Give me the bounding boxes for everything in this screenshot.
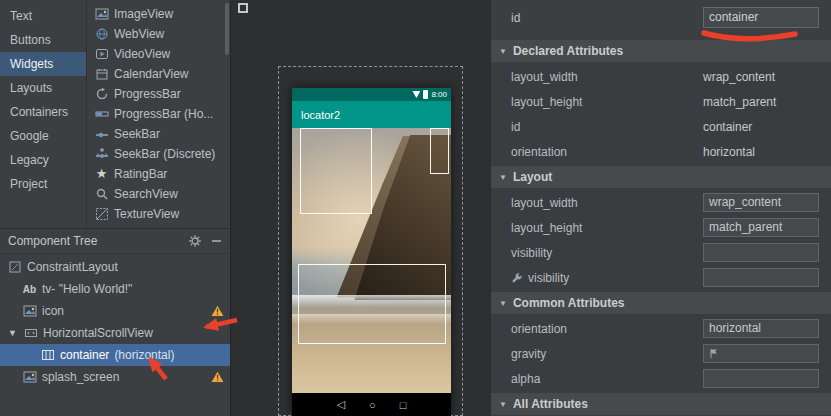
battery-icon	[423, 90, 428, 99]
attribute-label: id	[511, 120, 520, 134]
palette-category-containers[interactable]: Containers	[0, 100, 86, 124]
tree-item-label: container	[60, 348, 109, 362]
searchview-icon	[94, 187, 109, 201]
id-label: id	[511, 11, 520, 25]
tree-item-label: HorizontalScrollView	[43, 326, 153, 340]
attribute-row: layout_height match_parent	[491, 215, 831, 240]
palette-widget-searchview[interactable]: SearchView	[87, 184, 230, 204]
palette-widget-seekbar[interactable]: SeekBar	[87, 124, 230, 144]
section-all-attributes[interactable]: ▼ All Attributes	[491, 393, 831, 415]
tools-visibility-select[interactable]	[703, 268, 819, 287]
palette-category-widgets[interactable]: Widgets	[0, 52, 86, 76]
chevron-down-icon[interactable]: ▼	[7, 328, 18, 338]
palette-widget-videoview[interactable]: VideoView	[87, 44, 230, 64]
visibility-select[interactable]	[703, 243, 819, 262]
attribute-value[interactable]: container	[703, 120, 752, 134]
palette-category-project[interactable]: Project	[0, 172, 86, 196]
palette-category-buttons[interactable]: Buttons	[0, 28, 86, 52]
widget-label: RatingBar	[114, 167, 167, 181]
palette-category-google[interactable]: Google	[0, 124, 86, 148]
minimize-icon[interactable]	[211, 236, 222, 246]
attribute-row: orientation horizontal	[491, 316, 831, 341]
attribute-label: layout_height	[511, 221, 582, 235]
attribute-row: id container	[491, 114, 831, 139]
palette-widget-list: ImageView WebView VideoView CalendarView…	[86, 0, 230, 228]
attribute-row: orientation horizontal	[491, 139, 831, 164]
device-preview[interactable]: 8:00 locator2 ◁ ○ □	[292, 88, 451, 416]
surface-mode-icon[interactable]	[238, 3, 248, 13]
palette-category-layouts[interactable]: Layouts	[0, 76, 86, 100]
attribute-row: visibility	[491, 265, 831, 290]
common-attribute-rows: orientation horizontal gravity alpha	[491, 314, 831, 393]
component-bounds-overlay	[298, 264, 446, 344]
wifi-icon	[412, 91, 420, 98]
attribute-label: layout_width	[511, 70, 578, 84]
app-title: locator2	[301, 109, 340, 121]
attribute-value[interactable]: wrap_content	[703, 70, 775, 84]
device-app-bar: locator2	[292, 101, 451, 128]
orientation-select[interactable]: horizontal	[703, 319, 819, 338]
tree-item-suffix: (horizontal)	[114, 348, 174, 362]
attribute-row: visibility	[491, 240, 831, 265]
device-time: 8:00	[431, 90, 447, 99]
warning-icon	[211, 371, 224, 383]
widget-label: VideoView	[114, 47, 170, 61]
progressbar-icon	[94, 87, 109, 101]
layout-width-select[interactable]: wrap_content	[703, 193, 819, 212]
calendarview-icon	[94, 67, 109, 81]
tree-item-label: tv- "Hello World!"	[42, 282, 132, 296]
design-surface[interactable]: 8:00 locator2 ◁ ○ □	[230, 0, 490, 416]
id-value-field[interactable]: container	[703, 7, 819, 28]
section-common-attributes[interactable]: ▼ Common Attributes	[491, 292, 831, 314]
declared-attribute-rows: layout_width wrap_content layout_height …	[491, 62, 831, 166]
wrench-icon	[511, 272, 523, 284]
widget-label: SeekBar (Discrete)	[114, 147, 215, 161]
section-declared-attributes[interactable]: ▼ Declared Attributes	[491, 40, 831, 62]
widget-list-scrollbar[interactable]	[225, 3, 229, 55]
attribute-value[interactable]: match_parent	[703, 95, 776, 109]
section-layout[interactable]: ▼ Layout	[491, 166, 831, 188]
videoview-icon	[94, 47, 109, 61]
chevron-down-icon: ▼	[499, 173, 507, 182]
imageview-icon	[94, 7, 109, 21]
layout-height-select[interactable]: match_parent	[703, 218, 819, 237]
layout-attribute-rows: layout_width wrap_content layout_height …	[491, 188, 831, 292]
palette-widget-textureview[interactable]: TextureView	[87, 204, 230, 224]
chevron-down-icon: ▼	[499, 299, 507, 308]
palette-category-legacy[interactable]: Legacy	[0, 148, 86, 172]
tree-item-label: icon	[42, 304, 64, 318]
nav-recent-icon: □	[400, 399, 407, 411]
palette-widget-webview[interactable]: WebView	[87, 24, 230, 44]
palette-widget-progressbar[interactable]: ProgressBar	[87, 84, 230, 104]
gear-icon[interactable]	[188, 234, 202, 248]
tree-item-splash-screen[interactable]: splash_screen	[0, 366, 230, 388]
palette-category-text[interactable]: Text	[0, 4, 86, 28]
tree-item-constraintlayout[interactable]: ConstraintLayout	[0, 256, 230, 278]
alpha-field[interactable]	[703, 369, 819, 388]
palette-widget-progressbar-horizontal[interactable]: ProgressBar (Ho...	[87, 104, 230, 124]
horizontalscrollview-icon	[23, 326, 38, 340]
attributes-panel: id container ▼ Declared Attributes layou…	[490, 0, 831, 416]
webview-icon	[94, 27, 109, 41]
tree-item-horizontalscrollview[interactable]: ▼ HorizontalScrollView	[0, 322, 230, 344]
tree-item-textview[interactable]: Ab tv- "Hello World!"	[0, 278, 230, 300]
flag-icon	[709, 348, 719, 359]
tree-item-icon[interactable]: icon	[0, 300, 230, 322]
attribute-value[interactable]: horizontal	[703, 145, 755, 159]
attribute-label: layout_height	[511, 95, 582, 109]
attribute-label: visibility	[511, 246, 552, 260]
section-title: Common Attributes	[513, 296, 625, 310]
component-tree-rows: ConstraintLayout Ab tv- "Hello World!" i…	[0, 254, 230, 388]
attribute-row: layout_height match_parent	[491, 89, 831, 114]
palette-widget-ratingbar[interactable]: ★ RatingBar	[87, 164, 230, 184]
tree-item-container[interactable]: container(horizontal)	[0, 344, 230, 366]
palette-widget-imageview[interactable]: ImageView	[87, 4, 230, 24]
palette-widget-calendarview[interactable]: CalendarView	[87, 64, 230, 84]
attribute-label: alpha	[511, 372, 540, 386]
attribute-row: layout_width wrap_content	[491, 190, 831, 215]
nav-home-icon: ○	[369, 399, 376, 411]
gravity-field[interactable]	[703, 344, 819, 363]
nav-back-icon: ◁	[337, 398, 345, 411]
palette-widget-seekbar-discrete[interactable]: SeekBar (Discrete)	[87, 144, 230, 164]
component-bounds-overlay	[300, 128, 372, 214]
